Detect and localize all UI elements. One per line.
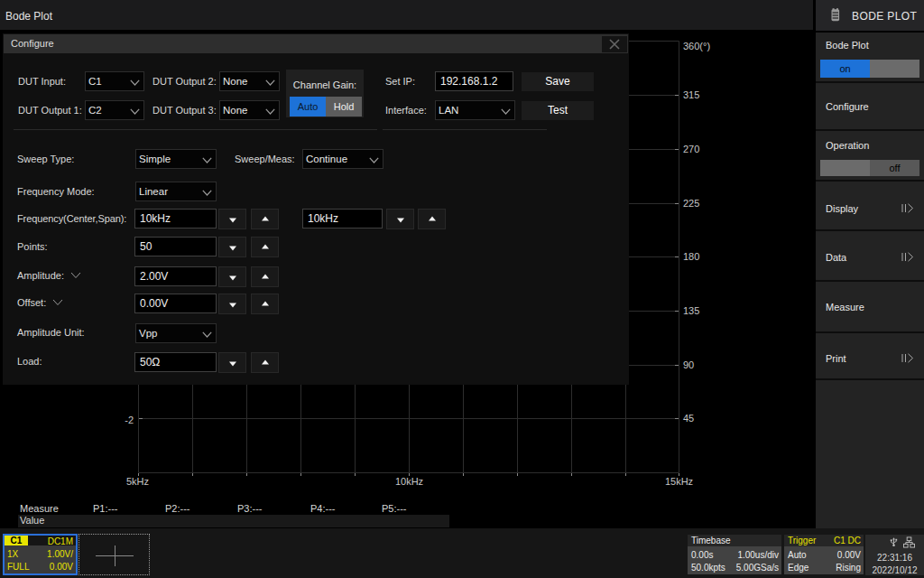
- svg-text:15kHz: 15kHz: [665, 476, 693, 487]
- svg-text:5kHz: 5kHz: [126, 476, 149, 487]
- svg-text:90: 90: [683, 359, 694, 370]
- svg-text:180: 180: [683, 251, 699, 262]
- svg-text:10kHz: 10kHz: [395, 476, 423, 487]
- svg-text:270: 270: [683, 144, 699, 154]
- svg-text:135: 135: [683, 305, 699, 316]
- svg-text:45: 45: [683, 413, 694, 424]
- svg-text:-2: -2: [125, 415, 134, 425]
- svg-text:315: 315: [683, 89, 699, 100]
- svg-text:225: 225: [683, 198, 699, 209]
- svg-text:360(°): 360(°): [683, 41, 710, 51]
